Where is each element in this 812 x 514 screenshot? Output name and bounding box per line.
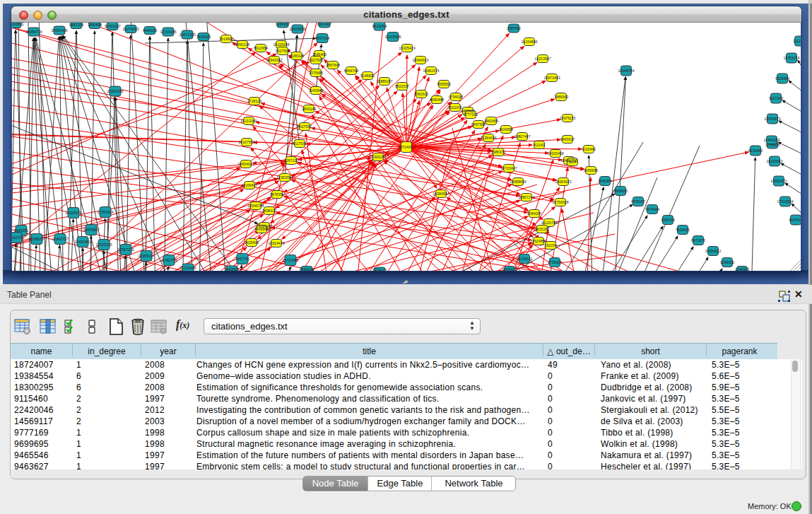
svg-text:19654923: 19654923 xyxy=(237,162,254,166)
svg-text:9146821: 9146821 xyxy=(360,74,375,78)
svg-text:12942737: 12942737 xyxy=(52,237,68,241)
svg-text:15716485: 15716485 xyxy=(282,258,298,262)
svg-text:1890498: 1890498 xyxy=(88,23,102,27)
svg-text:16914479: 16914479 xyxy=(268,241,284,245)
svg-text:10756928: 10756928 xyxy=(552,200,568,204)
svg-text:9327508: 9327508 xyxy=(309,58,323,62)
svg-text:19166827: 19166827 xyxy=(241,183,257,187)
svg-text:8471676: 8471676 xyxy=(691,238,705,243)
svg-text:16961576: 16961576 xyxy=(423,69,439,73)
svg-text:9474444: 9474444 xyxy=(645,207,659,211)
svg-text:9467328: 9467328 xyxy=(69,23,83,27)
svg-text:11323466: 11323466 xyxy=(180,266,196,270)
svg-text:10688609: 10688609 xyxy=(510,180,526,184)
svg-text:62160: 62160 xyxy=(534,143,545,147)
svg-text:7955812: 7955812 xyxy=(437,82,451,86)
svg-text:12353594: 12353594 xyxy=(276,175,293,180)
svg-text:9329966: 9329966 xyxy=(775,76,789,81)
svg-text:12505135: 12505135 xyxy=(95,243,112,247)
svg-text:1733426: 1733426 xyxy=(548,260,562,264)
svg-text:9457791: 9457791 xyxy=(235,257,249,261)
svg-text:18640910: 18640910 xyxy=(412,58,428,62)
svg-text:8459095: 8459095 xyxy=(300,267,314,271)
svg-text:8186328: 8186328 xyxy=(290,54,304,58)
svg-text:13325419: 13325419 xyxy=(399,46,415,50)
svg-text:1733426: 1733426 xyxy=(765,143,779,147)
svg-text:1640954: 1640954 xyxy=(598,179,612,183)
svg-text:9699695: 9699695 xyxy=(584,168,598,173)
svg-text:10719185: 10719185 xyxy=(160,30,176,34)
svg-text:11451942: 11451942 xyxy=(75,240,91,244)
svg-text:17353924: 17353924 xyxy=(97,210,113,214)
svg-text:10653267: 10653267 xyxy=(104,24,120,28)
svg-text:2803144: 2803144 xyxy=(302,107,316,111)
svg-text:16543382: 16543382 xyxy=(266,58,282,62)
svg-text:3624554: 3624554 xyxy=(499,127,513,132)
svg-text:12975115: 12975115 xyxy=(560,116,576,120)
svg-text:8215955: 8215955 xyxy=(748,148,763,153)
svg-text:8921407: 8921407 xyxy=(317,23,331,26)
svg-text:7485063: 7485063 xyxy=(554,95,568,99)
svg-text:10046788: 10046788 xyxy=(247,204,264,208)
svg-text:2935114: 2935114 xyxy=(661,218,675,222)
svg-text:9464918: 9464918 xyxy=(502,267,517,271)
svg-text:10958107: 10958107 xyxy=(138,254,154,258)
svg-text:20691406: 20691406 xyxy=(51,28,67,33)
svg-text:2087682: 2087682 xyxy=(507,26,521,30)
svg-text:2718120: 2718120 xyxy=(247,99,261,103)
svg-text:9117006: 9117006 xyxy=(293,141,307,146)
svg-text:10107552: 10107552 xyxy=(238,140,254,144)
svg-text:9433558: 9433558 xyxy=(225,267,239,271)
svg-text:1112243: 1112243 xyxy=(793,39,801,43)
svg-text:5822037: 5822037 xyxy=(395,84,409,88)
svg-text:14055714: 14055714 xyxy=(25,30,42,34)
svg-text:14136141: 14136141 xyxy=(516,257,532,261)
svg-text:16154806: 16154806 xyxy=(521,40,537,44)
svg-text:3915723: 3915723 xyxy=(12,235,23,240)
svg-text:1167531: 1167531 xyxy=(789,218,801,222)
svg-text:9245052: 9245052 xyxy=(720,260,734,264)
svg-text:12444154: 12444154 xyxy=(763,138,779,142)
svg-text:7462666: 7462666 xyxy=(484,119,498,123)
svg-text:10973493: 10973493 xyxy=(543,76,560,80)
svg-text:18724007: 18724007 xyxy=(398,145,414,149)
svg-text:19975867: 19975867 xyxy=(83,228,99,232)
svg-text:8958923: 8958923 xyxy=(613,189,628,193)
svg-text:9463627: 9463627 xyxy=(560,137,575,141)
svg-text:12213967: 12213967 xyxy=(534,57,551,61)
svg-text:9425051: 9425051 xyxy=(14,228,28,233)
svg-text:8454749: 8454749 xyxy=(344,69,358,73)
svg-text:6466160: 6466160 xyxy=(143,28,157,33)
svg-text:8267130: 8267130 xyxy=(284,158,298,163)
svg-text:15226058: 15226058 xyxy=(273,42,289,47)
svg-text:11568297: 11568297 xyxy=(29,237,45,241)
svg-text:8813054: 8813054 xyxy=(372,24,387,28)
svg-text:20053346: 20053346 xyxy=(107,89,123,93)
svg-text:25300203: 25300203 xyxy=(370,155,386,159)
svg-text:8878354: 8878354 xyxy=(270,192,284,197)
svg-text:18807249: 18807249 xyxy=(518,195,534,199)
svg-text:10654112: 10654112 xyxy=(705,249,722,253)
svg-text:9777169: 9777169 xyxy=(464,112,478,117)
svg-text:17957225: 17957225 xyxy=(117,247,134,252)
svg-text:9084067: 9084067 xyxy=(527,211,541,216)
svg-text:9115460: 9115460 xyxy=(582,147,596,151)
svg-text:9227343: 9227343 xyxy=(769,96,783,100)
svg-text:6679197: 6679197 xyxy=(631,199,645,204)
svg-text:7857224: 7857224 xyxy=(315,36,329,40)
svg-text:19654923: 19654923 xyxy=(555,180,571,184)
svg-text:15751074: 15751074 xyxy=(783,56,799,60)
svg-text:10025458: 10025458 xyxy=(547,151,563,156)
svg-text:1545460: 1545460 xyxy=(312,52,326,57)
svg-text:7613822: 7613822 xyxy=(219,37,233,41)
svg-text:15720407: 15720407 xyxy=(500,166,517,170)
svg-text:5498222: 5498222 xyxy=(262,209,276,213)
svg-text:15276023: 15276023 xyxy=(122,27,139,31)
svg-text:16033809: 16033809 xyxy=(289,27,305,31)
svg-text:15885207: 15885207 xyxy=(376,79,392,83)
svg-text:9804: 9804 xyxy=(568,160,577,164)
svg-text:7632621: 7632621 xyxy=(676,228,690,232)
svg-text:19384554: 19384554 xyxy=(433,192,449,196)
svg-text:19218506: 19218506 xyxy=(384,35,401,39)
svg-text:6497568: 6497568 xyxy=(471,122,486,127)
